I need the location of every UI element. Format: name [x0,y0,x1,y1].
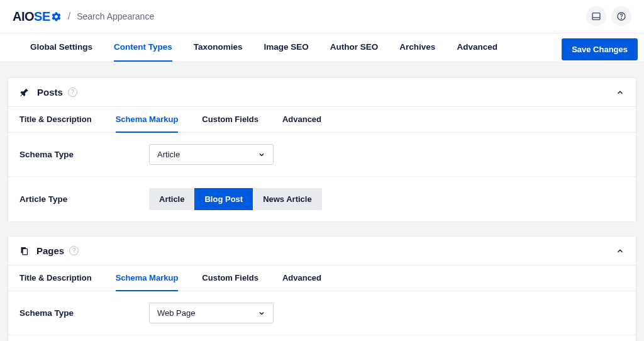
posts-help-icon[interactable]: ? [68,87,77,97]
article-type-button-group: ArticleBlog PostNews Article [149,188,322,210]
pages-panel-header[interactable]: Pages ? [8,237,636,265]
save-changes-button[interactable]: Save Changes [562,38,638,60]
pages-panel-title: Pages [36,245,64,256]
notifications-icon[interactable] [586,6,606,26]
chevron-down-icon [258,310,265,317]
posts-subtab-schema-markup[interactable]: Schema Markup [116,107,179,133]
posts-schema-type-select[interactable]: Article [149,144,274,165]
pages-schema-type-value: Web Page [157,308,195,318]
main-nav-tabs: Global SettingsContent TypesTaxonomiesIm… [0,33,644,62]
pages-help-icon[interactable]: ? [69,246,79,255]
chevron-up-icon [616,88,625,97]
article-type-article[interactable]: Article [149,188,194,210]
nav-tab-image-seo[interactable]: Image SEO [264,33,309,62]
article-type-blog-post[interactable]: Blog Post [194,188,253,210]
nav-tab-archives[interactable]: Archives [399,33,435,62]
posts-subtabs: Title & DescriptionSchema MarkupCustom F… [8,106,636,133]
posts-subtab-custom-fields[interactable]: Custom Fields [202,107,258,133]
posts-schema-type-label: Schema Type [19,150,149,159]
nav-tab-author-seo[interactable]: Author SEO [330,33,379,62]
pages-icon [19,246,29,255]
chevron-down-icon [258,151,265,159]
pages-subtab-title-description[interactable]: Title & Description [19,266,92,291]
breadcrumb-page-title: Search Appearance [77,11,154,21]
pages-schema-type-label: Schema Type [19,308,149,318]
posts-schema-type-value: Article [157,150,180,159]
posts-panel: Posts ? Title & DescriptionSchema Markup… [8,77,636,222]
svg-rect-0 [592,13,600,20]
pin-icon [19,87,30,98]
posts-subtab-title-description[interactable]: Title & Description [19,107,92,133]
chevron-up-icon [616,247,625,255]
nav-tab-content-types[interactable]: Content Types [114,33,172,62]
breadcrumb-separator: / [68,11,70,22]
svg-point-3 [621,18,622,19]
logo-text-se: SE [34,9,50,24]
nav-tab-taxonomies[interactable]: Taxonomies [194,33,243,62]
posts-subtab-advanced[interactable]: Advanced [282,107,321,133]
pages-subtab-custom-fields[interactable]: Custom Fields [202,266,258,291]
posts-article-type-label: Article Type [19,194,149,204]
pages-panel: Pages ? Title & DescriptionSchema Markup… [8,236,636,341]
svg-rect-5 [23,249,28,254]
pages-subtabs: Title & DescriptionSchema MarkupCustom F… [8,265,636,291]
logo: AIOSE [13,9,62,24]
posts-panel-header[interactable]: Posts ? [8,78,636,106]
help-icon[interactable] [611,6,631,26]
posts-panel-title: Posts [37,87,63,98]
pages-subtab-advanced[interactable]: Advanced [282,266,321,291]
pages-subtab-schema-markup[interactable]: Schema Markup [116,266,179,291]
pages-schema-type-select[interactable]: Web Page [149,303,274,323]
article-type-news-article[interactable]: News Article [253,188,322,210]
nav-tab-advanced[interactable]: Advanced [457,33,497,62]
logo-text-aio: AIO [13,9,34,24]
nav-tab-global-settings[interactable]: Global Settings [30,33,92,62]
gear-icon [51,11,62,22]
